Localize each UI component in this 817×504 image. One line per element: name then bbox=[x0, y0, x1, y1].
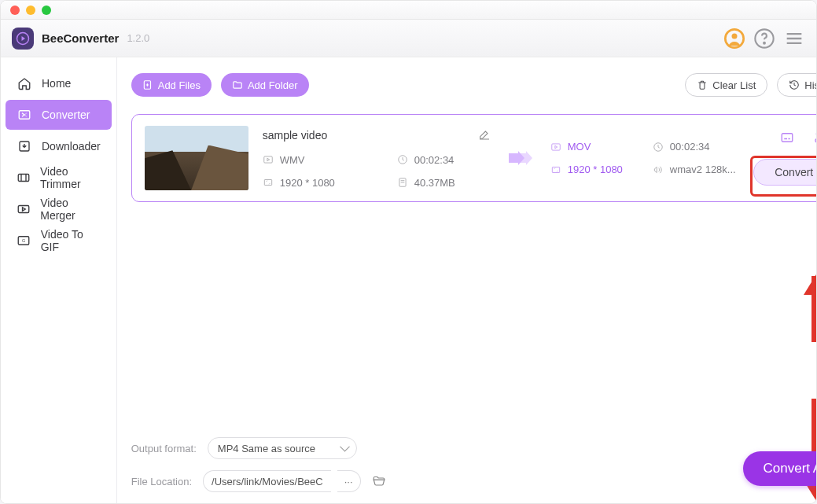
account-icon[interactable] bbox=[723, 28, 745, 50]
app-header: BeeConverter 1.2.0 bbox=[1, 20, 816, 57]
svg-marker-23 bbox=[267, 158, 270, 161]
sidebar-item-label: Video Merger bbox=[40, 197, 100, 222]
titlebar bbox=[1, 1, 816, 20]
merger-icon bbox=[17, 201, 31, 217]
convert-label: Convert bbox=[775, 166, 813, 178]
toolbar: Add Files Add Folder Clear List History bbox=[131, 73, 817, 97]
converter-icon bbox=[17, 107, 32, 123]
sidebar-item-converter[interactable]: Converter bbox=[6, 100, 112, 130]
app-logo-icon bbox=[12, 28, 34, 50]
add-folder-button[interactable]: Add Folder bbox=[221, 73, 309, 97]
dst-resolution-link[interactable]: 1920 * 1080 bbox=[550, 164, 626, 175]
file-title: sample video bbox=[263, 129, 328, 142]
open-folder-icon[interactable] bbox=[372, 473, 386, 490]
svg-point-5 bbox=[764, 42, 765, 43]
svg-rect-11 bbox=[18, 175, 29, 182]
output-format-select[interactable]: MP4 Same as source bbox=[208, 437, 357, 459]
svg-marker-15 bbox=[23, 208, 26, 212]
video-thumbnail bbox=[145, 126, 248, 190]
menu-icon[interactable] bbox=[783, 28, 805, 50]
sidebar-item-home[interactable]: Home bbox=[6, 68, 112, 98]
file-location-value: /Users/link/Movies/BeeC bbox=[212, 476, 323, 487]
history-label: History bbox=[804, 79, 817, 91]
sidebar-item-label: Downloader bbox=[42, 140, 101, 153]
dst-format-link[interactable]: MOV bbox=[550, 141, 626, 153]
src-size: 40.37MB bbox=[414, 177, 455, 189]
sidebar-item-label: Video To GIF bbox=[41, 228, 101, 253]
destination-info: MOV 00:02:34 1920 * 1080 wmav2 128k... bbox=[550, 141, 739, 175]
annotation-arrow-up bbox=[804, 276, 817, 362]
app-window: BeeConverter 1.2.0 Home Converter Dow bbox=[0, 0, 817, 504]
sidebar-item-label: Converter bbox=[42, 109, 90, 121]
dst-audio: wmav2 128k... bbox=[670, 164, 736, 175]
download-icon bbox=[17, 138, 32, 154]
clear-list-label: Clear List bbox=[712, 79, 756, 91]
file-card: sample video WMV 00:02:34 1920 * 1080 40… bbox=[131, 114, 817, 202]
svg-rect-35 bbox=[782, 134, 793, 142]
sidebar-item-merger[interactable]: Video Merger bbox=[6, 194, 112, 224]
clear-list-button[interactable]: Clear List bbox=[685, 73, 767, 97]
main-panel: Add Files Add Folder Clear List History bbox=[117, 57, 817, 503]
convert-all-label: Convert All bbox=[764, 461, 817, 476]
svg-rect-25 bbox=[264, 180, 271, 186]
add-files-button[interactable]: Add Files bbox=[131, 73, 212, 97]
window-minimize-icon[interactable] bbox=[26, 6, 35, 15]
footer: Output format: MP4 Same as source File L… bbox=[131, 437, 817, 492]
svg-marker-32 bbox=[555, 145, 558, 149]
app-name: BeeConverter bbox=[42, 31, 119, 45]
svg-rect-34 bbox=[552, 167, 559, 172]
src-duration: 00:02:34 bbox=[414, 154, 455, 166]
more-label: ··· bbox=[344, 476, 353, 487]
svg-marker-1 bbox=[22, 36, 26, 41]
home-icon bbox=[17, 75, 32, 91]
app-version: 1.2.0 bbox=[127, 32, 149, 44]
sidebar-item-downloader[interactable]: Downloader bbox=[6, 131, 112, 161]
arrow-icon bbox=[505, 151, 536, 165]
svg-text:G: G bbox=[22, 238, 25, 243]
add-files-label: Add Files bbox=[158, 79, 201, 91]
dst-format: MOV bbox=[568, 141, 591, 153]
sidebar-item-label: Video Trimmer bbox=[40, 165, 101, 190]
gif-icon: G bbox=[17, 233, 31, 248]
history-button[interactable]: History bbox=[777, 73, 817, 97]
help-icon[interactable] bbox=[753, 28, 775, 50]
svg-marker-30 bbox=[520, 151, 532, 165]
svg-rect-22 bbox=[263, 156, 272, 163]
output-format-value: MP4 Same as source bbox=[218, 443, 315, 454]
dst-resolution: 1920 * 1080 bbox=[568, 164, 623, 175]
source-info: sample video WMV 00:02:34 1920 * 1080 40… bbox=[263, 128, 491, 189]
file-location-label: File Location: bbox=[131, 476, 192, 487]
convert-button[interactable]: Convert bbox=[753, 159, 817, 186]
svg-rect-31 bbox=[551, 143, 560, 149]
file-location-more-button[interactable]: ··· bbox=[337, 470, 361, 492]
output-format-label: Output format: bbox=[131, 443, 197, 454]
add-folder-label: Add Folder bbox=[248, 79, 298, 91]
convert-all-button[interactable]: Convert All bbox=[743, 451, 817, 486]
svg-point-3 bbox=[732, 33, 738, 39]
subtitle-icon[interactable] bbox=[780, 131, 794, 148]
src-format: WMV bbox=[280, 154, 305, 166]
edit-title-icon[interactable] bbox=[478, 128, 491, 143]
cut-icon[interactable] bbox=[813, 131, 817, 148]
sidebar-item-label: Home bbox=[42, 77, 71, 90]
window-maximize-icon[interactable] bbox=[42, 6, 51, 15]
src-resolution: 1920 * 1080 bbox=[280, 177, 335, 189]
sidebar-item-gif[interactable]: G Video To GIF bbox=[6, 226, 112, 256]
dst-duration: 00:02:34 bbox=[670, 141, 710, 153]
file-actions: Convert bbox=[753, 131, 817, 186]
sidebar: Home Converter Downloader Video Trimmer … bbox=[1, 57, 117, 503]
trimmer-icon bbox=[17, 170, 31, 186]
window-close-icon[interactable] bbox=[10, 6, 20, 15]
sidebar-item-trimmer[interactable]: Video Trimmer bbox=[6, 163, 112, 193]
file-location-input[interactable]: /Users/link/Movies/BeeC bbox=[203, 470, 331, 492]
